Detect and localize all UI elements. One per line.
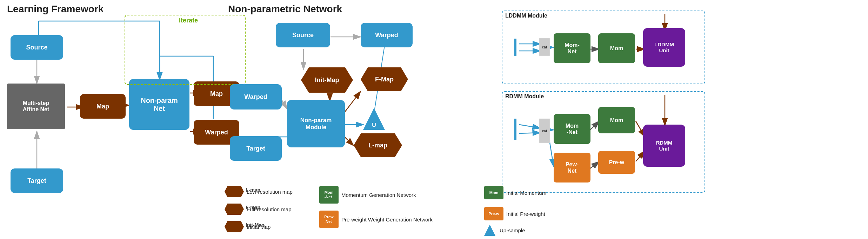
npn-warped-top-node: Warped [361,23,413,47]
npn-l-map-node: L-map [354,133,402,157]
npn-nonparam-module-node: Non-paramModule [287,100,345,147]
lf-nonparam-net-node: Non-paramNet [129,79,189,130]
lf-multistep-node: Multi-stepAffine Net [7,84,65,129]
svg-line-25 [345,137,354,146]
lddmm-mom-node: Mom [598,33,635,63]
svg-line-23 [345,91,361,112]
npn-u-upsample-node: U [363,108,385,130]
iterate-label: Iterate [179,17,198,24]
legend-prew-net: Prew-Net Pre-weight Weight Generation Ne… [319,211,433,228]
npn-target-node: Target [230,136,282,161]
legend-init-map-label: Init-Map [246,222,265,228]
legend-pre-w: Pre-w Initial Pre-weight [484,207,545,220]
rdmm-module-title: RDMM Module [505,93,544,100]
lf-map-node: Map [80,94,126,119]
legend-upsample: Up-sample [484,225,525,236]
lf-target-node: Target [11,168,63,193]
rdmm-unit-node: RDMMUnit [643,125,685,167]
npn-warped-in-node: Warped [230,84,282,109]
lddmm-cat-box: cat [539,38,550,56]
non-parametric-title: Non-parametric Network [228,4,342,15]
legend-mom: Mom Initial Momentum [484,186,546,199]
legend-mom-net: Mom-Net Momentum Generation Network [319,186,416,204]
iterate-box [125,15,246,85]
legend-f-map-label: F-map [246,205,260,210]
diagram-container: Learning Framework Non-parametric Networ… [0,0,868,239]
rdmm-pre-w-node: Pre-w [598,151,635,174]
rdmm-pew-net-node: Pew-Net [554,153,590,182]
npn-init-map-node: Init-Map [301,67,353,93]
rdmm-input-bar1 [514,119,516,140]
rdmm-cat-box: cat [539,119,550,143]
legend-l-map-label: L-map [246,187,260,193]
lddmm-mom-net-node: Mom-Net [554,33,590,63]
rdmm-mom-node: Mom [598,107,635,133]
rdmm-mom-net-node: Mom-Net [554,114,590,144]
lddmm-unit-node: LDDMMUnit [643,28,685,67]
npn-f-map-node: F-Map [361,67,408,91]
lf-source-node: Source [11,35,63,60]
lddmm-input-bar1 [514,39,516,56]
learning-framework-title: Learning Framework [7,4,104,15]
npn-source-node: Source [276,23,330,47]
lddmm-module-title: LDDMM Module [505,13,547,19]
